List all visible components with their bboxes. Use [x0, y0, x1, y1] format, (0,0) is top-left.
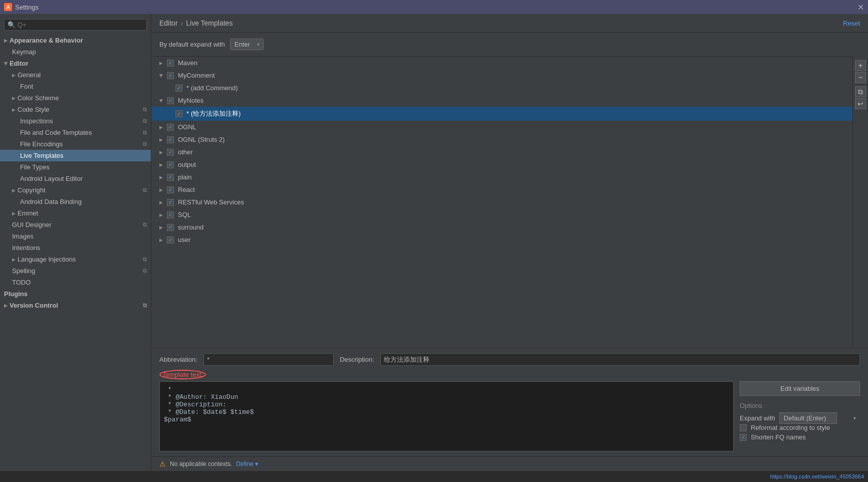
expand-icon: ▶ [12, 107, 16, 112]
abbreviation-label: Abbreviation: [159, 356, 197, 363]
other-checkbox[interactable] [167, 149, 174, 156]
context-row: ⚠ No applicable contexts. Define ▾ [151, 456, 868, 471]
surround-checkbox[interactable] [167, 224, 174, 231]
group-label: RESTful Web Services [178, 198, 244, 206]
sidebar-item-copyright[interactable]: ▶ Copyright ⧉ [0, 184, 151, 196]
maven-checkbox[interactable] [167, 60, 174, 67]
template-group-restful[interactable]: ▶ RESTful Web Services [151, 196, 852, 208]
context-text: No applicable contexts. [170, 460, 232, 467]
expand-icon: ▶ [159, 187, 163, 192]
template-group-ognl[interactable]: ▶ OGNL [151, 121, 852, 133]
template-group-mynotes[interactable]: ▶ MyNotes [151, 94, 852, 107]
undo-template-button[interactable]: ↩ [855, 98, 866, 109]
remove-template-button[interactable]: − [855, 72, 866, 83]
copy-icon: ⧉ [143, 118, 147, 124]
sidebar-item-font[interactable]: Font [0, 81, 151, 92]
expand-icon: ▶ [159, 200, 163, 205]
plain-checkbox[interactable] [167, 174, 174, 181]
sidebar-item-gui-designer[interactable]: GUI Designer ⧉ [0, 219, 151, 230]
user-checkbox[interactable] [167, 236, 174, 244]
ognl-struts2-checkbox[interactable] [167, 136, 174, 143]
template-group-user[interactable]: ▶ user [151, 233, 852, 246]
item-checkbox[interactable] [175, 110, 182, 117]
react-checkbox[interactable] [167, 186, 174, 193]
sql-checkbox[interactable] [167, 211, 174, 218]
sidebar-item-android-data-binding[interactable]: Android Data Binding [0, 196, 151, 207]
sidebar-item-android-layout-editor[interactable]: Android Layout Editor [0, 173, 151, 184]
template-group-plain[interactable]: ▶ plain [151, 171, 852, 183]
template-item-mynotes-star[interactable]: * (给方法添加注释) [151, 107, 852, 121]
sidebar-item-appearance[interactable]: ▶ Appearance & Behavior [0, 35, 151, 46]
sidebar-item-version-control[interactable]: ▶ Version Control ⧉ [0, 300, 151, 311]
item-label: * (add Commend) [186, 84, 238, 92]
template-group-maven[interactable]: ▶ Maven [151, 57, 852, 69]
search-box[interactable]: 🔍 [4, 19, 147, 31]
template-group-react[interactable]: ▶ React [151, 183, 852, 196]
sidebar-item-emmet[interactable]: ▶ Emmet [0, 207, 151, 219]
sidebar-item-spelling[interactable]: Spelling ⧉ [0, 265, 151, 277]
template-textarea[interactable]: <span class="code-star">*</span> * @Auth… [159, 381, 734, 451]
sidebar-item-label: Code Style [18, 106, 50, 113]
sidebar-item-file-encodings[interactable]: File Encodings ⧉ [0, 138, 151, 150]
expand-with-option-select-wrapper: Default (Enter) Enter Tab Space [779, 412, 860, 424]
template-text-row: <span class="code-star">*</span> * @Auth… [159, 381, 860, 451]
edit-variables-button[interactable]: Edit variables [740, 381, 860, 396]
expand-icon: ▶ [159, 175, 163, 180]
breadcrumb-arrow: › [181, 19, 183, 27]
panel-content: Editor › Live Templates Reset By default… [151, 14, 868, 471]
reset-button[interactable]: Reset [843, 20, 860, 27]
shorten-fq-checkbox[interactable] [740, 434, 747, 441]
description-input[interactable] [380, 353, 860, 366]
expand-with-option-row: Expand with Default (Enter) Enter Tab Sp… [740, 412, 860, 424]
sidebar-item-color-scheme[interactable]: ▶ Color Scheme [0, 92, 151, 104]
expand-with-option-select[interactable]: Default (Enter) Enter Tab Space [779, 412, 837, 424]
expand-with-select[interactable]: Enter Tab Space [230, 39, 264, 50]
sidebar-item-general[interactable]: ▶ General [0, 69, 151, 81]
sidebar-item-inspections[interactable]: Inspections ⧉ [0, 115, 151, 127]
ognl-checkbox[interactable] [167, 124, 174, 131]
sidebar-item-intentions[interactable]: Intentions [0, 242, 151, 254]
sidebar-item-images[interactable]: Images [0, 230, 151, 242]
sidebar-item-label: Language Injections [18, 256, 76, 263]
titlebar: A Settings ✕ [0, 0, 868, 14]
search-input[interactable] [18, 21, 143, 29]
mycomment-checkbox[interactable] [167, 72, 174, 79]
sidebar-item-file-templates[interactable]: File and Code Templates ⧉ [0, 127, 151, 138]
copy-icon: ⧉ [143, 187, 147, 193]
group-label: Maven [178, 59, 197, 67]
sidebar: 🔍 ▶ Appearance & Behavior Keymap ▶ Edito… [0, 14, 151, 471]
template-group-mycomment[interactable]: ▶ MyComment [151, 69, 852, 82]
group-label: output [178, 161, 196, 168]
template-group-output[interactable]: ▶ output [151, 158, 852, 171]
mynotes-checkbox[interactable] [167, 97, 174, 104]
template-item-mycomment-add[interactable]: * (add Commend) [151, 82, 852, 94]
template-list-container: ▶ Maven ▶ MyComment * (add Commend) [151, 56, 868, 348]
sidebar-item-live-templates[interactable]: Live Templates [0, 150, 151, 161]
sidebar-item-label: File Types [20, 163, 50, 171]
reformat-checkbox[interactable] [740, 424, 747, 431]
output-checkbox[interactable] [167, 161, 174, 168]
template-group-surround[interactable]: ▶ surround [151, 221, 852, 233]
template-group-other[interactable]: ▶ other [151, 146, 852, 158]
expand-with-label: By default expand with [159, 41, 225, 48]
sidebar-item-code-style[interactable]: ▶ Code Style ⧉ [0, 104, 151, 115]
template-group-ognl-struts2[interactable]: ▶ OGNL (Struts 2) [151, 133, 852, 146]
abbreviation-input[interactable] [203, 353, 334, 366]
sidebar-item-file-types[interactable]: File Types [0, 161, 151, 173]
expand-with-row: By default expand with Enter Tab Space [151, 33, 868, 56]
close-button[interactable]: ✕ [857, 3, 864, 12]
item-checkbox[interactable] [175, 85, 182, 92]
copy-template-button[interactable]: ⧉ [855, 86, 866, 97]
expand-icon: ▶ [159, 212, 163, 217]
restful-checkbox[interactable] [167, 199, 174, 206]
add-template-button[interactable]: + [855, 60, 866, 71]
expand-icon: ▶ [159, 74, 164, 77]
sidebar-item-editor[interactable]: ▶ Editor [0, 58, 151, 69]
sidebar-item-todo[interactable]: TODO [0, 277, 151, 288]
sidebar-item-keymap[interactable]: Keymap [0, 46, 151, 58]
item-label: * (给方法添加注释) [186, 109, 241, 118]
sidebar-item-plugins[interactable]: Plugins [0, 288, 151, 300]
sidebar-item-language-injections[interactable]: ▶ Language Injections ⧉ [0, 254, 151, 265]
template-group-sql[interactable]: ▶ SQL [151, 208, 852, 221]
define-link[interactable]: Define ▾ [236, 460, 258, 467]
